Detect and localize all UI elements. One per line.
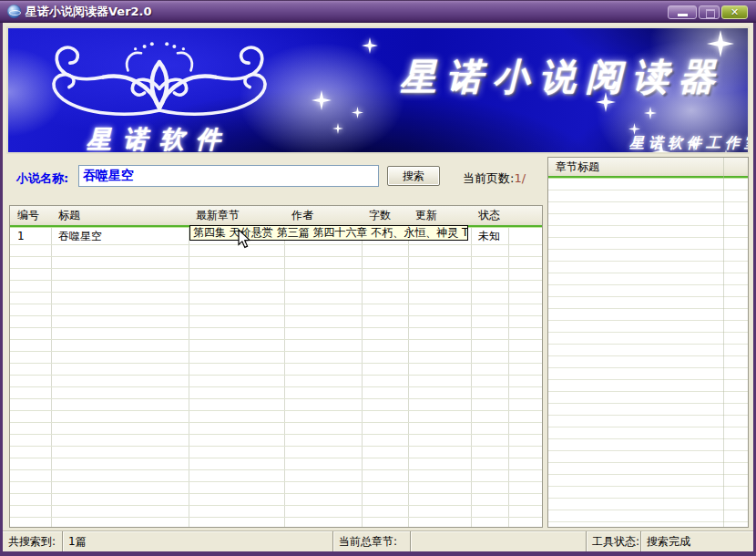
status-total-value [410, 531, 586, 551]
sparkle-icon [720, 149, 731, 154]
mouse-cursor-icon [238, 229, 251, 249]
sparkle-icon [707, 30, 734, 57]
client-area: 星诺软件 星诺小说阅读器 星诺软件工作室 小说名称: 搜索 当前页数:1/ [3, 23, 753, 551]
app-icon [7, 5, 21, 18]
column-header-status[interactable]: 状态 [471, 206, 508, 225]
row-status-cell[interactable]: 未知 [471, 228, 508, 244]
banner-main-title: 星诺小说阅读器 [400, 52, 725, 102]
sparkle-icon [644, 107, 657, 119]
sparkle-icon [312, 90, 332, 110]
window-title: 星诺小说阅读器Ver2.0 [26, 0, 152, 23]
maximize-button[interactable] [699, 5, 720, 19]
row-title-cell[interactable]: 吞噬星空 [51, 228, 189, 244]
latest-chapter-tooltip: 第四集 天价悬赏 第三篇 第四十六章 不朽、永恒、神灵 T [189, 225, 468, 241]
column-header-author[interactable]: 作者 [284, 206, 362, 225]
table-grid-lines [10, 245, 542, 527]
status-tool-value: 搜索完成 [640, 531, 753, 551]
close-button[interactable] [721, 5, 748, 19]
novel-results-table[interactable]: 编号 标题 最新章节 作者 字数 更新 状态 1 吞噬星空 未知 [9, 205, 543, 528]
sparkle-icon [628, 123, 640, 135]
chapter-list-panel[interactable]: 章节标题 [547, 157, 749, 528]
column-header-words[interactable]: 字数 [362, 206, 408, 225]
banner: 星诺软件 星诺小说阅读器 星诺软件工作室 [6, 26, 750, 154]
statusbar: 共搜索到: 1篇 当前总章节: 工具状态: 搜索完成 [3, 530, 753, 551]
status-found-value: 1篇 [62, 531, 332, 551]
column-header-id[interactable]: 编号 [10, 206, 51, 225]
sparkle-icon [362, 37, 378, 54]
novel-name-label: 小说名称: [16, 170, 68, 187]
sparkle-icon [596, 92, 616, 112]
sparkle-icon [652, 143, 670, 154]
column-header-extra [508, 206, 542, 225]
app-window: 星诺小说阅读器Ver2.0 [0, 0, 756, 556]
column-header-latest[interactable]: 最新章节 [189, 206, 284, 225]
sparkle-icon [332, 123, 343, 134]
chapter-column-line [723, 158, 724, 527]
chapter-grid-lines [548, 179, 748, 527]
titlebar[interactable]: 星诺小说阅读器Ver2.0 [0, 0, 756, 23]
row-extra-cell [508, 228, 542, 244]
status-tool-label: 工具状态: [586, 531, 640, 551]
current-page-label: 当前页数: [463, 171, 514, 185]
chapter-list-header[interactable]: 章节标题 [548, 158, 748, 176]
flourish-ornament-icon [26, 37, 292, 129]
column-header-update[interactable]: 更新 [408, 206, 471, 225]
current-page-value: 1/ [514, 171, 526, 185]
sparkle-icon [352, 107, 363, 118]
novel-name-input[interactable] [78, 165, 379, 187]
table-header-row[interactable]: 编号 标题 最新章节 作者 字数 更新 状态 [10, 206, 542, 225]
minimize-button[interactable] [668, 5, 697, 19]
column-header-title[interactable]: 标题 [51, 206, 189, 225]
search-button[interactable]: 搜索 [387, 166, 440, 186]
row-id-cell[interactable]: 1 [10, 228, 51, 244]
banner-brand-text: 星诺软件 [87, 123, 232, 154]
sparkle-icon [688, 139, 700, 151]
current-page-info: 当前页数:1/ [463, 170, 526, 187]
status-found-label: 共搜索到: [3, 531, 62, 551]
status-total-label: 当前总章节: [332, 531, 410, 551]
